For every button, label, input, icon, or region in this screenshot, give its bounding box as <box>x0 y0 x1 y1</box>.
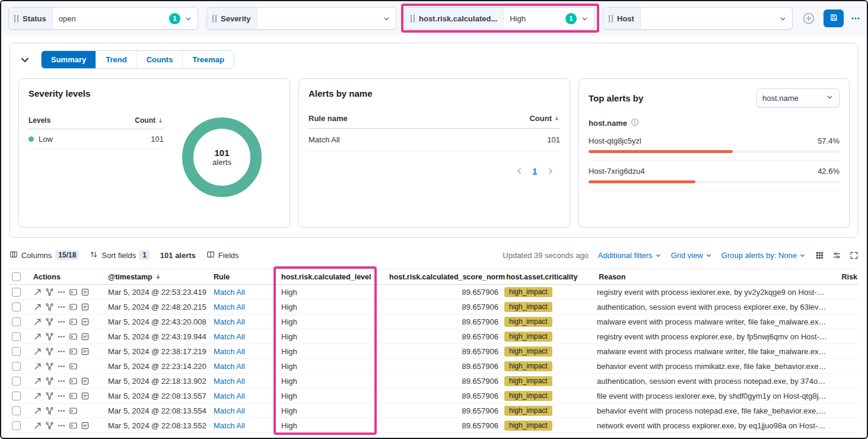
alert-reason[interactable]: behavior event with process notepad.exe,… <box>597 406 832 415</box>
alert-reason[interactable]: malware event with process malware write… <box>597 347 832 356</box>
analyze-event-icon[interactable] <box>45 347 54 356</box>
rule-link[interactable]: Match All <box>214 332 245 341</box>
add-filter-button[interactable] <box>801 11 816 26</box>
info-icon[interactable] <box>631 118 639 128</box>
rule-link[interactable]: Match All <box>214 421 245 430</box>
session-view-icon[interactable] <box>69 421 78 430</box>
analyze-event-icon[interactable] <box>45 317 54 326</box>
filter-status[interactable]: Status open 1 <box>8 7 198 30</box>
session-view-icon[interactable] <box>69 303 78 311</box>
expand-alert-icon[interactable] <box>33 332 42 341</box>
expand-alert-icon[interactable] <box>33 392 42 400</box>
session-view-icon[interactable] <box>69 406 78 415</box>
session-view-icon[interactable] <box>69 332 78 341</box>
analyze-event-icon[interactable] <box>45 392 54 400</box>
expand-alert-icon[interactable] <box>33 406 42 415</box>
more-actions-icon[interactable] <box>57 406 66 415</box>
more-actions-icon[interactable] <box>57 377 66 386</box>
filter-host[interactable]: Host <box>603 7 793 30</box>
rule-link[interactable]: Match All <box>214 347 245 356</box>
row-checkbox[interactable] <box>12 288 21 297</box>
display-options-icon[interactable] <box>832 251 841 260</box>
alert-reason[interactable]: authentication, session event with proce… <box>597 303 832 311</box>
expand-alert-icon[interactable] <box>33 377 42 386</box>
filter-severity[interactable]: Severity <box>206 7 396 30</box>
rule-link[interactable]: Match All <box>214 392 245 400</box>
risk-level-column-header[interactable]: host.risk.calculated_level <box>278 273 389 281</box>
group-alerts-button[interactable]: Group alerts by: None <box>721 251 806 260</box>
reason-column-header[interactable]: Reason <box>599 273 832 281</box>
tab-treemap[interactable]: Treemap <box>182 51 233 68</box>
rule-link[interactable]: Match All <box>214 362 245 371</box>
drag-handle-icon[interactable] <box>212 15 217 23</box>
session-view-icon[interactable] <box>69 288 78 297</box>
session-view-icon[interactable] <box>69 377 78 386</box>
alert-reason[interactable]: registry event with process explorer.exe… <box>597 332 832 341</box>
filter-host-risk-level[interactable]: host.risk.calculated... High 1 <box>405 7 594 30</box>
host-name[interactable]: Host-7xrig6dzu4 <box>589 167 645 176</box>
row-checkbox[interactable] <box>12 303 21 311</box>
investigate-in-timeline-icon[interactable] <box>81 288 90 297</box>
page-number[interactable]: 1 <box>533 167 537 176</box>
rule-link[interactable]: Match All <box>214 377 245 386</box>
expand-alert-icon[interactable] <box>33 362 42 371</box>
criticality-column-header[interactable]: host.asset.criticality <box>505 273 599 281</box>
save-query-button[interactable] <box>824 9 844 27</box>
collapse-summary-button[interactable] <box>18 53 31 66</box>
alert-reason[interactable]: behavior event with process mimikatz.exe… <box>597 362 832 371</box>
prev-page-icon[interactable] <box>516 167 523 175</box>
session-view-icon[interactable] <box>69 392 78 400</box>
alert-reason[interactable]: registry event with process iexlorer.exe… <box>597 288 832 297</box>
tab-trend[interactable]: Trend <box>96 51 136 68</box>
tab-summary[interactable]: Summary <box>42 51 96 68</box>
expand-alert-icon[interactable] <box>33 421 42 430</box>
rule-link[interactable]: Match All <box>214 406 245 415</box>
analyze-event-icon[interactable] <box>45 362 54 371</box>
row-checkbox[interactable] <box>12 362 21 371</box>
next-page-icon[interactable] <box>546 167 554 175</box>
filter-set-menu-button[interactable] <box>851 14 860 23</box>
additional-filters-button[interactable]: Additional filters <box>598 251 662 260</box>
more-actions-icon[interactable] <box>57 421 66 430</box>
row-checkbox[interactable] <box>12 347 21 356</box>
more-actions-icon[interactable] <box>57 288 66 297</box>
rule-column-header[interactable]: Rule <box>214 273 278 281</box>
more-actions-icon[interactable] <box>57 392 66 400</box>
rule-link[interactable]: Match All <box>214 288 245 297</box>
risk-score-column-header[interactable]: host.risk.calculated_score_norm <box>389 273 505 281</box>
risk-column-header[interactable]: Risk <box>832 273 859 281</box>
investigate-in-timeline-icon[interactable] <box>81 421 90 430</box>
investigate-in-timeline-icon[interactable] <box>81 303 90 311</box>
drag-handle-icon[interactable] <box>14 15 18 23</box>
investigate-in-timeline-icon[interactable] <box>81 332 90 341</box>
more-actions-icon[interactable] <box>57 303 66 311</box>
more-actions-icon[interactable] <box>57 317 66 326</box>
session-view-icon[interactable] <box>69 317 78 326</box>
stack-by-select[interactable]: host.name <box>756 88 840 107</box>
session-view-icon[interactable] <box>69 347 78 356</box>
row-checkbox[interactable] <box>12 377 21 386</box>
fullscreen-icon[interactable] <box>850 251 859 260</box>
rule-link[interactable]: Match All <box>214 317 245 326</box>
rule-link[interactable]: Match All <box>214 303 245 311</box>
row-checkbox[interactable] <box>12 406 21 415</box>
analyze-event-icon[interactable] <box>45 377 54 386</box>
drag-handle-icon[interactable] <box>411 15 415 23</box>
alert-reason[interactable]: malware event with process malware write… <box>597 317 832 326</box>
timestamp-column-header[interactable]: @timestamp <box>108 273 214 281</box>
drag-handle-icon[interactable] <box>609 15 613 23</box>
host-name[interactable]: Host-qtg8jc5yzl <box>589 136 641 145</box>
expand-alert-icon[interactable] <box>33 347 42 356</box>
row-checkbox[interactable] <box>12 421 21 430</box>
investigate-in-timeline-icon[interactable] <box>81 392 90 400</box>
analyze-event-icon[interactable] <box>45 332 54 341</box>
row-checkbox[interactable] <box>12 392 21 400</box>
columns-button[interactable]: Columns 15/18 <box>9 250 79 260</box>
analyze-event-icon[interactable] <box>45 303 54 311</box>
fields-button[interactable]: Fields <box>206 250 239 260</box>
count-column-header[interactable]: Count <box>529 114 560 123</box>
row-checkbox[interactable] <box>12 332 21 341</box>
expand-alert-icon[interactable] <box>33 303 42 311</box>
investigate-in-timeline-icon[interactable] <box>81 377 90 386</box>
more-actions-icon[interactable] <box>57 332 66 341</box>
